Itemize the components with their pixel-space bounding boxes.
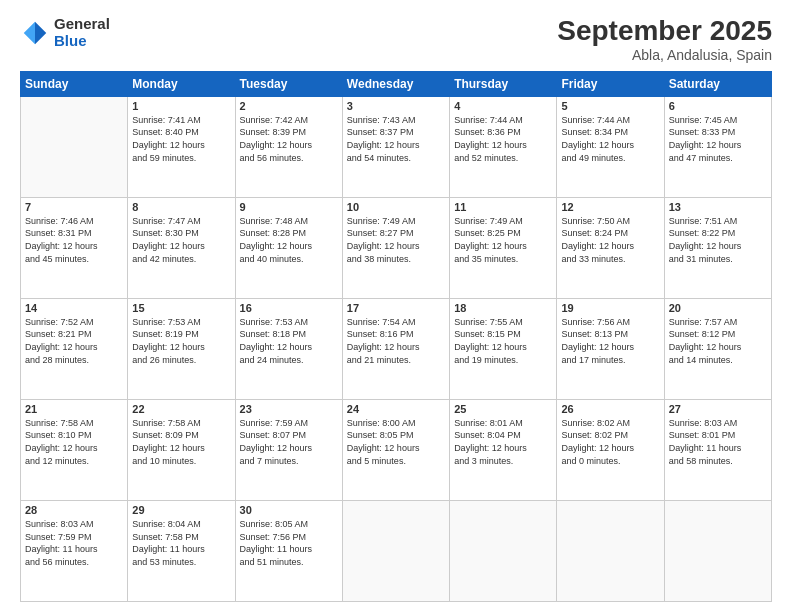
day-number: 4 (454, 100, 552, 112)
day-info: Sunrise: 7:49 AM Sunset: 8:25 PM Dayligh… (454, 215, 552, 265)
day-number: 8 (132, 201, 230, 213)
calendar-cell: 5Sunrise: 7:44 AM Sunset: 8:34 PM Daylig… (557, 96, 664, 197)
day-info: Sunrise: 7:59 AM Sunset: 8:07 PM Dayligh… (240, 417, 338, 467)
page-subtitle: Abla, Andalusia, Spain (557, 47, 772, 63)
calendar-cell: 7Sunrise: 7:46 AM Sunset: 8:31 PM Daylig… (21, 197, 128, 298)
day-info: Sunrise: 7:53 AM Sunset: 8:19 PM Dayligh… (132, 316, 230, 366)
calendar-cell: 1Sunrise: 7:41 AM Sunset: 8:40 PM Daylig… (128, 96, 235, 197)
calendar-cell: 13Sunrise: 7:51 AM Sunset: 8:22 PM Dayli… (664, 197, 771, 298)
day-info: Sunrise: 7:45 AM Sunset: 8:33 PM Dayligh… (669, 114, 767, 164)
calendar-cell (664, 500, 771, 601)
svg-marker-1 (24, 21, 35, 44)
day-number: 9 (240, 201, 338, 213)
calendar-cell: 30Sunrise: 8:05 AM Sunset: 7:56 PM Dayli… (235, 500, 342, 601)
calendar-cell (450, 500, 557, 601)
calendar-cell: 27Sunrise: 8:03 AM Sunset: 8:01 PM Dayli… (664, 399, 771, 500)
day-info: Sunrise: 7:44 AM Sunset: 8:34 PM Dayligh… (561, 114, 659, 164)
day-number: 18 (454, 302, 552, 314)
day-number: 6 (669, 100, 767, 112)
calendar-cell: 8Sunrise: 7:47 AM Sunset: 8:30 PM Daylig… (128, 197, 235, 298)
day-info: Sunrise: 7:53 AM Sunset: 8:18 PM Dayligh… (240, 316, 338, 366)
day-number: 2 (240, 100, 338, 112)
weekday-header-wednesday: Wednesday (342, 71, 449, 96)
day-info: Sunrise: 8:01 AM Sunset: 8:04 PM Dayligh… (454, 417, 552, 467)
day-number: 27 (669, 403, 767, 415)
day-info: Sunrise: 7:41 AM Sunset: 8:40 PM Dayligh… (132, 114, 230, 164)
calendar-cell: 4Sunrise: 7:44 AM Sunset: 8:36 PM Daylig… (450, 96, 557, 197)
day-number: 13 (669, 201, 767, 213)
day-number: 1 (132, 100, 230, 112)
day-number: 3 (347, 100, 445, 112)
calendar-cell: 10Sunrise: 7:49 AM Sunset: 8:27 PM Dayli… (342, 197, 449, 298)
day-info: Sunrise: 7:48 AM Sunset: 8:28 PM Dayligh… (240, 215, 338, 265)
calendar-cell: 17Sunrise: 7:54 AM Sunset: 8:16 PM Dayli… (342, 298, 449, 399)
day-number: 7 (25, 201, 123, 213)
logo-blue: Blue (54, 33, 110, 50)
day-info: Sunrise: 7:44 AM Sunset: 8:36 PM Dayligh… (454, 114, 552, 164)
day-info: Sunrise: 7:56 AM Sunset: 8:13 PM Dayligh… (561, 316, 659, 366)
week-row-4: 28Sunrise: 8:03 AM Sunset: 7:59 PM Dayli… (21, 500, 772, 601)
day-number: 12 (561, 201, 659, 213)
logo-icon (20, 18, 50, 48)
day-number: 30 (240, 504, 338, 516)
weekday-header-friday: Friday (557, 71, 664, 96)
day-info: Sunrise: 8:05 AM Sunset: 7:56 PM Dayligh… (240, 518, 338, 568)
page-title: September 2025 (557, 16, 772, 47)
calendar-cell: 22Sunrise: 7:58 AM Sunset: 8:09 PM Dayli… (128, 399, 235, 500)
day-info: Sunrise: 7:58 AM Sunset: 8:09 PM Dayligh… (132, 417, 230, 467)
day-info: Sunrise: 7:47 AM Sunset: 8:30 PM Dayligh… (132, 215, 230, 265)
calendar-cell (557, 500, 664, 601)
calendar-cell: 12Sunrise: 7:50 AM Sunset: 8:24 PM Dayli… (557, 197, 664, 298)
week-row-2: 14Sunrise: 7:52 AM Sunset: 8:21 PM Dayli… (21, 298, 772, 399)
calendar-cell: 26Sunrise: 8:02 AM Sunset: 8:02 PM Dayli… (557, 399, 664, 500)
calendar-cell: 9Sunrise: 7:48 AM Sunset: 8:28 PM Daylig… (235, 197, 342, 298)
calendar-cell (342, 500, 449, 601)
day-info: Sunrise: 7:42 AM Sunset: 8:39 PM Dayligh… (240, 114, 338, 164)
title-block: September 2025 Abla, Andalusia, Spain (557, 16, 772, 63)
day-number: 11 (454, 201, 552, 213)
day-info: Sunrise: 8:04 AM Sunset: 7:58 PM Dayligh… (132, 518, 230, 568)
day-info: Sunrise: 7:52 AM Sunset: 8:21 PM Dayligh… (25, 316, 123, 366)
calendar-cell: 3Sunrise: 7:43 AM Sunset: 8:37 PM Daylig… (342, 96, 449, 197)
day-number: 19 (561, 302, 659, 314)
day-info: Sunrise: 8:03 AM Sunset: 7:59 PM Dayligh… (25, 518, 123, 568)
calendar: SundayMondayTuesdayWednesdayThursdayFrid… (20, 71, 772, 602)
day-number: 14 (25, 302, 123, 314)
header: General Blue September 2025 Abla, Andalu… (20, 16, 772, 63)
week-row-0: 1Sunrise: 7:41 AM Sunset: 8:40 PM Daylig… (21, 96, 772, 197)
day-info: Sunrise: 7:43 AM Sunset: 8:37 PM Dayligh… (347, 114, 445, 164)
calendar-cell: 2Sunrise: 7:42 AM Sunset: 8:39 PM Daylig… (235, 96, 342, 197)
day-number: 25 (454, 403, 552, 415)
logo: General Blue (20, 16, 110, 49)
weekday-header-tuesday: Tuesday (235, 71, 342, 96)
day-info: Sunrise: 7:49 AM Sunset: 8:27 PM Dayligh… (347, 215, 445, 265)
day-number: 23 (240, 403, 338, 415)
logo-text: General Blue (54, 16, 110, 49)
week-row-3: 21Sunrise: 7:58 AM Sunset: 8:10 PM Dayli… (21, 399, 772, 500)
day-info: Sunrise: 7:55 AM Sunset: 8:15 PM Dayligh… (454, 316, 552, 366)
day-number: 26 (561, 403, 659, 415)
calendar-cell: 25Sunrise: 8:01 AM Sunset: 8:04 PM Dayli… (450, 399, 557, 500)
logo-general: General (54, 16, 110, 33)
day-info: Sunrise: 7:51 AM Sunset: 8:22 PM Dayligh… (669, 215, 767, 265)
day-number: 29 (132, 504, 230, 516)
day-info: Sunrise: 7:57 AM Sunset: 8:12 PM Dayligh… (669, 316, 767, 366)
calendar-cell (21, 96, 128, 197)
day-number: 15 (132, 302, 230, 314)
day-info: Sunrise: 7:50 AM Sunset: 8:24 PM Dayligh… (561, 215, 659, 265)
calendar-cell: 6Sunrise: 7:45 AM Sunset: 8:33 PM Daylig… (664, 96, 771, 197)
svg-marker-0 (35, 21, 46, 44)
day-number: 5 (561, 100, 659, 112)
day-info: Sunrise: 7:58 AM Sunset: 8:10 PM Dayligh… (25, 417, 123, 467)
day-number: 17 (347, 302, 445, 314)
calendar-cell: 18Sunrise: 7:55 AM Sunset: 8:15 PM Dayli… (450, 298, 557, 399)
calendar-cell: 20Sunrise: 7:57 AM Sunset: 8:12 PM Dayli… (664, 298, 771, 399)
day-number: 20 (669, 302, 767, 314)
weekday-header-saturday: Saturday (664, 71, 771, 96)
day-info: Sunrise: 8:00 AM Sunset: 8:05 PM Dayligh… (347, 417, 445, 467)
day-info: Sunrise: 8:03 AM Sunset: 8:01 PM Dayligh… (669, 417, 767, 467)
calendar-cell: 23Sunrise: 7:59 AM Sunset: 8:07 PM Dayli… (235, 399, 342, 500)
day-number: 28 (25, 504, 123, 516)
calendar-cell: 15Sunrise: 7:53 AM Sunset: 8:19 PM Dayli… (128, 298, 235, 399)
calendar-cell: 16Sunrise: 7:53 AM Sunset: 8:18 PM Dayli… (235, 298, 342, 399)
